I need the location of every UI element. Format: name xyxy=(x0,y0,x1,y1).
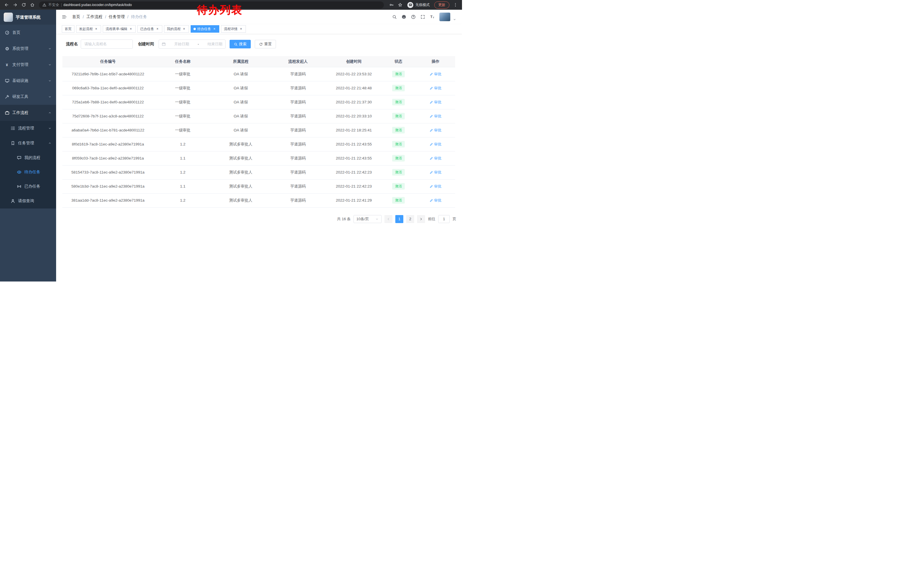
approve-link-label: 审批 xyxy=(434,184,442,189)
edit-icon xyxy=(430,101,433,104)
task-name: 一级审批 xyxy=(153,109,212,123)
svg-text:T: T xyxy=(433,17,434,19)
incognito-label: 无痕模式 xyxy=(416,3,430,8)
column-header: 任务编号 xyxy=(62,56,153,67)
back-icon[interactable] xyxy=(3,1,10,9)
tab-label: 首页 xyxy=(65,27,72,32)
tab[interactable]: 发起流程× xyxy=(76,25,101,33)
sidebar-item-label: 任务管理 xyxy=(18,141,34,146)
sidebar-item-done-task[interactable]: 已办任务 xyxy=(0,179,56,194)
action-cell: 审批 xyxy=(416,193,455,207)
font-size-icon[interactable]: TT xyxy=(430,15,435,19)
sidebar-item-process-mgmt[interactable]: 流程管理 xyxy=(0,121,56,136)
breadcrumb-item[interactable]: 任务管理 xyxy=(109,14,125,20)
forward-icon[interactable] xyxy=(12,1,19,9)
main-area: 首页/工作流程/任务管理/待办任务 TT 首页发起流程×流程表单-编辑×已办任务… xyxy=(56,10,462,281)
sidebar-item-label: 工作流程 xyxy=(12,110,28,116)
tab[interactable]: 首页 xyxy=(62,25,74,33)
yen-icon: ¥ xyxy=(4,62,10,67)
reload-icon[interactable] xyxy=(20,1,27,9)
sidebar-item-home[interactable]: 首页 xyxy=(0,25,56,41)
table-row: a6aba0a4-7b6d-11ec-b781-acde48001122一级审批… xyxy=(62,123,455,137)
sidebar-item-todo-task[interactable]: 待办任务 xyxy=(0,165,56,179)
sidebar-toggle-icon[interactable] xyxy=(62,14,67,20)
close-icon[interactable]: × xyxy=(182,27,186,31)
approve-link[interactable]: 审批 xyxy=(430,128,442,133)
sidebar-item-task-mgmt[interactable]: 任务管理 xyxy=(0,136,56,151)
chevron-up-icon xyxy=(48,141,51,145)
status-cell: 激活 xyxy=(381,123,416,137)
approve-link[interactable]: 审批 xyxy=(430,114,442,119)
page-button[interactable]: 2 xyxy=(406,215,414,223)
close-icon[interactable]: × xyxy=(94,27,98,31)
process-name: 测试多审批人 xyxy=(212,137,269,151)
sidebar-item-my-process[interactable]: 我的流程 xyxy=(0,151,56,165)
process-name-placeholder: 请输入流程名 xyxy=(84,42,107,47)
status-cell: 激活 xyxy=(381,137,416,151)
task-id: 73211d9d-7b9b-11ec-b5b7-acde48001122 xyxy=(62,67,153,81)
close-icon[interactable]: × xyxy=(212,27,216,31)
tab[interactable]: 待办任务× xyxy=(190,25,219,33)
page-unit-label: 页 xyxy=(453,216,456,222)
tab[interactable]: 我的流程× xyxy=(164,25,189,33)
github-icon[interactable] xyxy=(402,15,406,19)
task-name: 1.2 xyxy=(153,137,212,151)
prev-page-button[interactable] xyxy=(384,215,393,223)
search-button[interactable]: 搜索 xyxy=(230,40,251,48)
reset-button[interactable]: 重置 xyxy=(255,40,276,48)
initiator: 芋道源码 xyxy=(269,193,327,207)
close-icon[interactable]: × xyxy=(129,27,133,31)
browser-menu-dots-icon[interactable] xyxy=(452,1,459,9)
status-badge: 激活 xyxy=(392,197,405,204)
sidebar-item-workflow[interactable]: 工作流程 xyxy=(0,105,56,121)
sidebar-item-payment[interactable]: ¥支付管理 xyxy=(0,57,56,73)
tab[interactable]: 流程表单-编辑× xyxy=(103,25,136,33)
approve-link[interactable]: 审批 xyxy=(430,100,442,105)
approve-link-label: 审批 xyxy=(434,114,442,119)
goto-page-input[interactable]: 1 xyxy=(438,215,450,223)
address-bar[interactable]: 不安全 dashboard.yudao.iocoder.cn/bpm/task/… xyxy=(39,2,384,9)
page-size-select[interactable]: 10条/页 xyxy=(354,215,382,223)
home-icon[interactable] xyxy=(28,1,36,9)
approve-link[interactable]: 审批 xyxy=(430,142,442,147)
next-page-button[interactable] xyxy=(417,215,425,223)
search-icon[interactable] xyxy=(392,15,397,19)
sidebar-item-infra[interactable]: 基础设施 xyxy=(0,73,56,89)
calendar-icon xyxy=(162,42,166,46)
approve-link[interactable]: 审批 xyxy=(430,156,442,161)
close-icon[interactable]: × xyxy=(239,27,243,31)
approve-link[interactable]: 审批 xyxy=(430,170,442,175)
date-range-picker[interactable]: 开始日期 - 结束日期 xyxy=(159,39,225,49)
process-name: 测试多审批人 xyxy=(212,193,269,207)
tab-bar: 首页发起流程×流程表单-编辑×已办任务×我的流程×待办任务×流程详情× xyxy=(56,24,462,34)
initiator: 芋道源码 xyxy=(269,179,327,193)
task-name: 一级审批 xyxy=(153,123,212,137)
approve-link[interactable]: 审批 xyxy=(430,86,442,91)
logo-image xyxy=(4,13,13,22)
breadcrumb: 首页/工作流程/任务管理/待办任务 xyxy=(72,14,147,20)
approve-link[interactable]: 审批 xyxy=(430,198,442,203)
sidebar-item-leave-query[interactable]: 请假查询 xyxy=(0,194,56,209)
close-icon[interactable]: × xyxy=(155,27,159,31)
breadcrumb-item[interactable]: 工作流程 xyxy=(87,14,102,20)
help-icon[interactable] xyxy=(411,15,416,19)
status-badge: 激活 xyxy=(392,169,405,176)
page-button[interactable]: 1 xyxy=(395,215,404,223)
sidebar: 芋道管理系统 首页系统管理¥支付管理基础设施研发工具工作流程流程管理任务管理我的… xyxy=(0,10,56,281)
tab[interactable]: 流程详情× xyxy=(221,25,246,33)
avatar-caret-down-icon[interactable] xyxy=(453,18,456,21)
sidebar-item-system[interactable]: 系统管理 xyxy=(0,41,56,57)
process-name-input[interactable]: 请输入流程名 xyxy=(81,39,133,49)
sidebar-item-devtools[interactable]: 研发工具 xyxy=(0,89,56,105)
approve-link[interactable]: 审批 xyxy=(430,184,442,189)
update-button[interactable]: 更新 xyxy=(434,2,449,9)
breadcrumb-item[interactable]: 首页 xyxy=(72,14,80,20)
approve-link[interactable]: 审批 xyxy=(430,72,442,77)
fullscreen-icon[interactable] xyxy=(420,15,425,19)
bookmark-star-icon[interactable] xyxy=(396,1,404,9)
key-icon[interactable] xyxy=(388,1,395,9)
initiator: 芋道源码 xyxy=(269,165,327,179)
tab[interactable]: 已办任务× xyxy=(137,25,162,33)
avatar[interactable] xyxy=(440,13,450,21)
column-header: 流程发起人 xyxy=(269,56,327,67)
